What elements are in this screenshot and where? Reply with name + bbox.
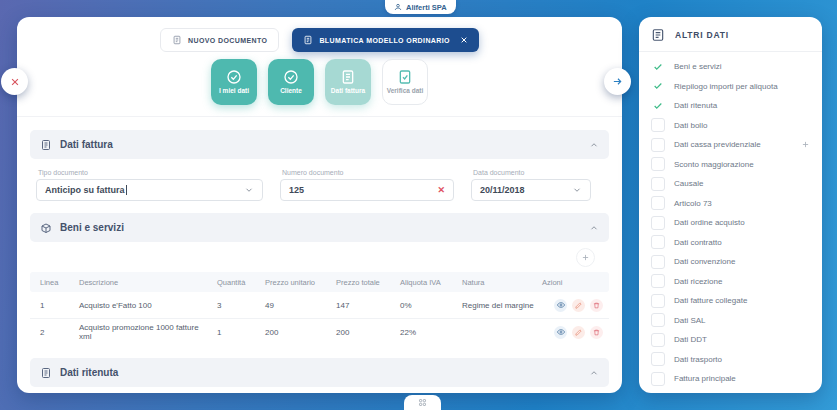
checkbox[interactable]	[651, 196, 665, 210]
sidebar-item[interactable]: Dati cassa previdenziale	[651, 135, 810, 155]
sidebar-item[interactable]: Sconto maggiorazione	[651, 155, 810, 175]
next-nav-button[interactable]	[604, 68, 631, 95]
field-input[interactable]: 125 ✕	[280, 179, 454, 201]
table-row[interactable]: 1 Acquisto e'Fatto 100 3 49 147 0% Regim…	[30, 292, 609, 318]
form-field[interactable]: Numero documento 125 ✕	[280, 169, 454, 201]
item-label: Riepilogo importi per aliquota	[674, 82, 778, 91]
chevron-down-icon[interactable]	[572, 185, 582, 195]
checkbox[interactable]	[651, 79, 665, 93]
wizard-step[interactable]: Dati fattura	[325, 59, 371, 105]
delete-button[interactable]	[590, 326, 603, 339]
apps-grid-tab[interactable]	[404, 395, 441, 410]
checkbox[interactable]	[651, 313, 665, 327]
wizard-step[interactable]: Cliente	[268, 59, 314, 105]
cell-aliquota-iva: 22%	[400, 328, 462, 337]
field-input[interactable]: Anticipo su fattura	[36, 179, 263, 201]
section-dati-ritenuta: Dati ritenuta	[30, 358, 609, 387]
column-header: Natura	[462, 278, 542, 287]
checkbox[interactable]	[651, 99, 665, 113]
step-label: Cliente	[280, 88, 302, 95]
sidebar-item[interactable]: Dati ordine acquisto	[651, 213, 810, 233]
row-actions	[542, 299, 609, 312]
text-caret	[126, 185, 127, 195]
invoice-icon	[40, 139, 52, 151]
section-header-dati-fattura[interactable]: Dati fattura	[30, 130, 609, 159]
item-label: Dati SAL	[674, 316, 706, 325]
blumatica-model-button[interactable]: BLUMATICA MODELLO ORDINARIO	[292, 28, 479, 52]
edit-button[interactable]	[572, 299, 585, 312]
clear-icon[interactable]: ✕	[437, 185, 445, 195]
checkbox[interactable]	[651, 333, 665, 347]
close-icon[interactable]	[460, 36, 468, 44]
sidebar-item[interactable]: Dati ritenuta	[651, 96, 810, 116]
item-label: Dati contratto	[674, 238, 722, 247]
sidebar-item[interactable]: Beni e servizi	[651, 57, 810, 77]
sidebar-item[interactable]: Dati DDT	[651, 330, 810, 350]
item-label: Dati fatture collegate	[674, 296, 747, 305]
sidebar-list: Beni e servizi Riepilogo importi per ali…	[639, 52, 822, 389]
invoice-icon	[340, 69, 356, 85]
checkbox[interactable]	[651, 255, 665, 269]
sidebar-item[interactable]: Dati ricezione	[651, 272, 810, 292]
chevron-up-icon[interactable]	[589, 223, 599, 233]
checkbox[interactable]	[651, 235, 665, 249]
form-field[interactable]: Tipo documento Anticipo su fattura	[36, 169, 263, 201]
cancel-nav-button[interactable]	[1, 68, 28, 95]
form-field[interactable]: Data documento 20/11/2018	[471, 169, 591, 201]
cell-quantita: 1	[217, 328, 265, 337]
new-document-button[interactable]: NUOVO DOCUMENTO	[160, 28, 279, 52]
checkbox[interactable]	[651, 138, 665, 152]
sidebar-item[interactable]: Dati trasporto	[651, 350, 810, 370]
item-label: Dati ritenuta	[674, 101, 717, 110]
cell-linea: 2	[40, 328, 79, 337]
checkbox[interactable]	[651, 274, 665, 288]
field-label: Data documento	[473, 169, 591, 176]
check-circle-icon	[283, 69, 299, 85]
section-header-dati-ritenuta[interactable]: Dati ritenuta	[30, 358, 609, 387]
sidebar-item[interactable]: Causale	[651, 174, 810, 194]
sidebar-item[interactable]: Dati SAL	[651, 311, 810, 331]
chevron-up-icon[interactable]	[589, 140, 599, 150]
sidebar-item[interactable]: Riepilogo importi per aliquota	[651, 77, 810, 97]
edit-button[interactable]	[572, 326, 585, 339]
sidebar-item[interactable]: Dati bollo	[651, 116, 810, 136]
add-line-button[interactable]	[576, 248, 595, 267]
checkbox[interactable]	[651, 352, 665, 366]
chevron-up-icon[interactable]	[589, 368, 599, 378]
sidebar-item[interactable]: Articolo 73	[651, 194, 810, 214]
verify-document-icon	[397, 69, 413, 85]
item-label: Dati ordine acquisto	[674, 218, 745, 227]
sidebar-item[interactable]: Fattura principale	[651, 369, 810, 389]
checkbox[interactable]	[651, 60, 665, 74]
sidebar-item[interactable]: Dati contratto	[651, 233, 810, 253]
field-input[interactable]: 20/11/2018	[471, 179, 591, 201]
wizard-steps: I miei dati Cliente Dati fattura	[17, 51, 622, 117]
sidebar-item[interactable]: Dati fatture collegate	[651, 291, 810, 311]
section-beni-servizi: Beni e servizi LineaDescrizioneQuantitàP…	[30, 213, 609, 345]
view-button[interactable]	[554, 299, 567, 312]
column-header: Azioni	[542, 278, 609, 287]
item-label: Dati trasporto	[674, 355, 722, 364]
company-tab[interactable]: Aliferti SPA	[385, 0, 456, 14]
section-header-beni-servizi[interactable]: Beni e servizi	[30, 213, 609, 242]
checkbox[interactable]	[651, 216, 665, 230]
delete-button[interactable]	[590, 299, 603, 312]
field-value: 125	[289, 185, 304, 195]
wizard-step[interactable]: Verifica dati	[382, 59, 428, 105]
checkbox[interactable]	[651, 177, 665, 191]
document-icon	[303, 35, 313, 45]
plus-icon[interactable]	[801, 140, 810, 149]
checkbox[interactable]	[651, 372, 665, 386]
chevron-down-icon[interactable]	[244, 185, 254, 195]
checkbox[interactable]	[651, 157, 665, 171]
sidebar-item[interactable]: Dati convenzione	[651, 252, 810, 272]
altri-dati-panel: ALTRI DATI Beni e servizi Riepilogo impo…	[639, 17, 822, 393]
table-row[interactable]: 2 Acquisto promozione 1000 fatture xml 1…	[30, 318, 609, 345]
wizard-step[interactable]: I miei dati	[211, 59, 257, 105]
field-label: Numero documento	[282, 169, 454, 176]
checkbox[interactable]	[651, 118, 665, 132]
item-label: Dati cassa previdenziale	[674, 140, 761, 149]
item-label: Dati ricezione	[674, 277, 722, 286]
view-button[interactable]	[554, 326, 567, 339]
checkbox[interactable]	[651, 294, 665, 308]
